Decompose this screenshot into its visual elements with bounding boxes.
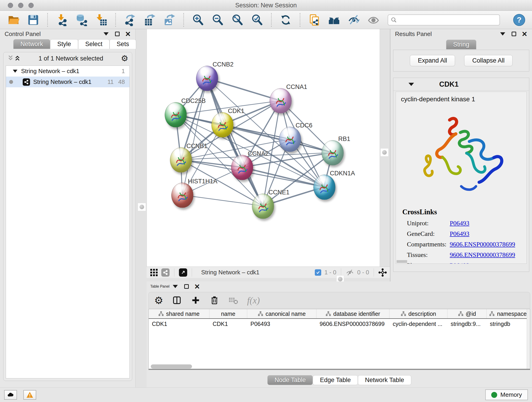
crosslink-link[interactable]: P06493 bbox=[450, 262, 469, 264]
float-panel-icon[interactable] bbox=[512, 32, 516, 36]
tab-network-table[interactable]: Network Table bbox=[358, 375, 411, 385]
zoom-selected-icon[interactable] bbox=[250, 13, 264, 27]
tab-sets[interactable]: Sets bbox=[109, 39, 136, 49]
open-session-icon[interactable] bbox=[7, 13, 20, 27]
window-controls[interactable] bbox=[8, 3, 34, 8]
node-RB1[interactable] bbox=[322, 140, 344, 166]
float-panel-icon[interactable] bbox=[184, 284, 189, 289]
table-cell[interactable]: CDK1 bbox=[209, 319, 247, 329]
table-cell[interactable]: P06493 bbox=[247, 319, 317, 329]
close-panel-icon[interactable]: ✕ bbox=[125, 30, 131, 38]
panel-menu-icon[interactable] bbox=[500, 32, 505, 36]
collapse-collection-icon[interactable] bbox=[13, 70, 17, 73]
cloud-status-icon[interactable] bbox=[4, 390, 17, 400]
panel-menu-icon[interactable] bbox=[173, 285, 178, 288]
edge-CCNB2-CCNE1[interactable] bbox=[207, 78, 263, 206]
memory-button[interactable]: Memory bbox=[485, 389, 528, 400]
tab-style[interactable]: Style bbox=[50, 39, 78, 49]
network-collection-row[interactable]: String Network – cdk1 1 bbox=[6, 66, 129, 77]
column-header--id[interactable]: @id bbox=[447, 309, 487, 318]
column-header-namespace[interactable]: namespace bbox=[487, 309, 530, 318]
node-CCNB1[interactable] bbox=[170, 147, 192, 172]
node-CDC6[interactable] bbox=[279, 127, 301, 152]
table-row[interactable]: CDK1CDK1P064939606.ENSP00000378699cyclin… bbox=[149, 319, 530, 329]
maximize-window-icon[interactable] bbox=[28, 3, 34, 8]
node-CDC25B[interactable] bbox=[165, 102, 187, 128]
export-table-icon[interactable] bbox=[143, 13, 156, 27]
clone-network-icon[interactable] bbox=[308, 13, 321, 27]
refresh-view-icon[interactable] bbox=[279, 13, 292, 27]
import-network-file-icon[interactable] bbox=[55, 13, 69, 27]
table-cell[interactable]: stringdb:9... bbox=[447, 319, 487, 329]
crosslink-link[interactable]: P06493 bbox=[450, 230, 469, 237]
export-network-icon[interactable] bbox=[123, 13, 137, 27]
table-options-gear-icon[interactable]: ⚙ bbox=[154, 294, 163, 306]
column-header-canonical-name[interactable]: canonical name bbox=[247, 309, 317, 318]
warnings-icon[interactable] bbox=[23, 390, 36, 400]
zoom-out-icon[interactable] bbox=[211, 13, 224, 27]
column-header-shared-name[interactable]: shared name bbox=[149, 309, 209, 318]
table-cell[interactable]: stringdb bbox=[487, 319, 530, 329]
save-session-icon[interactable] bbox=[27, 13, 40, 27]
network-row[interactable]: String Network – cdk1 11 48 bbox=[6, 77, 129, 87]
node-table[interactable]: shared namenamecanonical namedatabase id… bbox=[148, 309, 530, 370]
edge-CCNB2-CCNA1[interactable] bbox=[207, 78, 280, 101]
results-scrollbar-thumb[interactable] bbox=[397, 260, 407, 263]
import-table-file-icon[interactable] bbox=[95, 13, 108, 27]
node-CDKN1A[interactable] bbox=[313, 175, 336, 200]
zoom-in-icon[interactable] bbox=[191, 13, 205, 27]
hide-selected-eye-icon[interactable] bbox=[347, 13, 360, 27]
export-image-icon[interactable] bbox=[163, 13, 176, 27]
collapse-all-networks-icon[interactable] bbox=[7, 55, 14, 62]
close-window-icon[interactable] bbox=[8, 3, 13, 8]
show-all-eye-icon[interactable] bbox=[367, 13, 380, 27]
show-columns-icon[interactable] bbox=[172, 295, 182, 305]
fit-content-icon[interactable] bbox=[231, 13, 244, 27]
node-CCNE1[interactable] bbox=[252, 194, 274, 219]
tab-select[interactable]: Select bbox=[78, 39, 109, 49]
network-options-gear-icon[interactable]: ⚙ bbox=[121, 54, 128, 63]
right-splitter-handle[interactable] bbox=[380, 148, 389, 157]
crosslink-link[interactable]: P06493 bbox=[450, 220, 469, 227]
column-header-name[interactable]: name bbox=[209, 309, 247, 318]
crosslink-link[interactable]: 9606.ENSP00000378699 bbox=[450, 251, 515, 259]
close-panel-icon[interactable]: ✕ bbox=[194, 283, 200, 291]
network-canvas[interactable]: CCNB2CCNA1CDC25BCDK1CDC6RB1CCNB1CCNA2CDK… bbox=[147, 29, 380, 267]
table-cell[interactable]: 9606.ENSP00000378699 bbox=[317, 319, 389, 329]
search-input[interactable] bbox=[399, 16, 497, 23]
table-cell[interactable]: CDK1 bbox=[149, 319, 209, 329]
tab-string[interactable]: String bbox=[446, 40, 476, 49]
node-CCNB2[interactable] bbox=[196, 66, 218, 91]
expand-all-networks-icon[interactable] bbox=[14, 55, 21, 62]
help-icon[interactable]: ? bbox=[513, 14, 525, 26]
collapse-protein-icon[interactable] bbox=[409, 83, 414, 86]
edge-CCNE1-HIST1H1A[interactable] bbox=[182, 195, 263, 206]
grid-view-icon[interactable] bbox=[150, 268, 158, 277]
node-HIST1H1A[interactable] bbox=[171, 183, 193, 208]
expand-all-button[interactable]: Expand All bbox=[410, 55, 455, 66]
selected-checkbox-icon[interactable] bbox=[315, 269, 321, 276]
network-thumbnail-icon[interactable] bbox=[161, 268, 170, 277]
close-panel-icon[interactable]: ✕ bbox=[522, 30, 527, 38]
delete-row-icon[interactable] bbox=[209, 295, 220, 305]
panel-menu-icon[interactable] bbox=[104, 32, 109, 36]
detach-view-icon[interactable] bbox=[179, 268, 187, 277]
column-header-database-identifier[interactable]: database identifier bbox=[317, 309, 389, 318]
collapse-all-button[interactable]: Collapse All bbox=[464, 55, 513, 66]
crosslink-link[interactable]: 9606.ENSP00000378699 bbox=[450, 241, 515, 248]
toolbar-search[interactable] bbox=[388, 14, 500, 26]
add-column-icon[interactable] bbox=[191, 295, 201, 305]
node-CCNA2[interactable] bbox=[231, 155, 253, 180]
tab-edge-table[interactable]: Edge Table bbox=[313, 375, 358, 385]
left-splitter-handle[interactable] bbox=[138, 203, 146, 211]
table-vertical-scrollbar[interactable] bbox=[527, 309, 530, 369]
node-CDK1[interactable] bbox=[211, 112, 234, 138]
table-horizontal-scrollbar[interactable] bbox=[151, 364, 192, 369]
tab-network[interactable]: Network bbox=[13, 39, 50, 49]
column-header-description[interactable]: description bbox=[389, 309, 447, 318]
import-network-database-icon[interactable] bbox=[75, 13, 88, 27]
float-panel-icon[interactable] bbox=[115, 32, 120, 36]
minimize-window-icon[interactable] bbox=[18, 3, 23, 8]
home-neighbors-icon[interactable] bbox=[327, 13, 341, 27]
tab-node-table[interactable]: Node Table bbox=[267, 375, 313, 385]
